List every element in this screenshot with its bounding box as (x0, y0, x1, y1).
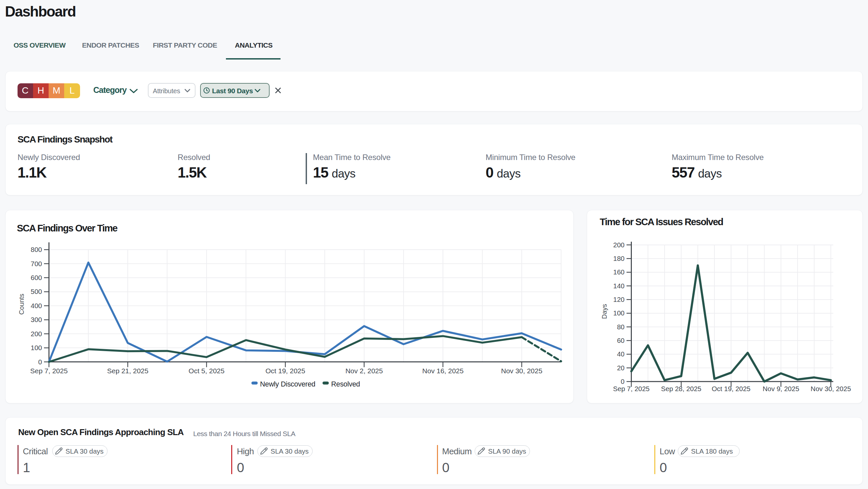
svg-text:80: 80 (617, 323, 624, 331)
svg-text:60: 60 (617, 336, 624, 344)
svg-text:100: 100 (613, 309, 624, 317)
svg-text:600: 600 (31, 274, 42, 281)
svg-text:200: 200 (613, 241, 624, 249)
svg-text:Newly Discovered: Newly Discovered (260, 380, 315, 388)
svg-text:300: 300 (31, 316, 42, 323)
svg-text:500: 500 (31, 288, 42, 295)
svg-text:Days: Days (601, 304, 608, 319)
svg-text:Resolved: Resolved (331, 380, 360, 388)
svg-text:Nov 2, 2025: Nov 2, 2025 (345, 367, 383, 374)
svg-text:100: 100 (31, 344, 42, 352)
svg-text:Nov 30, 2025: Nov 30, 2025 (811, 385, 851, 392)
svg-text:Sep 7, 2025: Sep 7, 2025 (613, 385, 650, 392)
svg-text:0: 0 (38, 358, 42, 366)
svg-text:180: 180 (613, 255, 624, 262)
svg-text:Sep 28, 2025: Sep 28, 2025 (661, 385, 701, 392)
svg-text:0: 0 (621, 378, 624, 385)
svg-text:400: 400 (31, 302, 42, 309)
svg-text:40: 40 (617, 350, 624, 358)
svg-text:20: 20 (617, 364, 624, 371)
svg-text:Nov 30, 2025: Nov 30, 2025 (501, 367, 542, 374)
svg-text:Nov 16, 2025: Nov 16, 2025 (423, 367, 464, 374)
svg-text:700: 700 (31, 260, 42, 267)
svg-text:Sep 7, 2025: Sep 7, 2025 (30, 367, 67, 374)
svg-text:800: 800 (31, 246, 42, 253)
svg-text:Counts: Counts (18, 294, 25, 315)
svg-text:Sep 21, 2025: Sep 21, 2025 (107, 367, 149, 374)
svg-text:120: 120 (613, 296, 624, 303)
svg-text:200: 200 (31, 330, 42, 337)
svg-text:Oct 19, 2025: Oct 19, 2025 (712, 385, 750, 392)
svg-text:160: 160 (613, 268, 624, 276)
svg-text:140: 140 (613, 282, 624, 290)
svg-text:Nov 9, 2025: Nov 9, 2025 (763, 385, 800, 392)
svg-text:Oct 19, 2025: Oct 19, 2025 (265, 367, 305, 374)
svg-text:Oct 5, 2025: Oct 5, 2025 (189, 367, 225, 374)
